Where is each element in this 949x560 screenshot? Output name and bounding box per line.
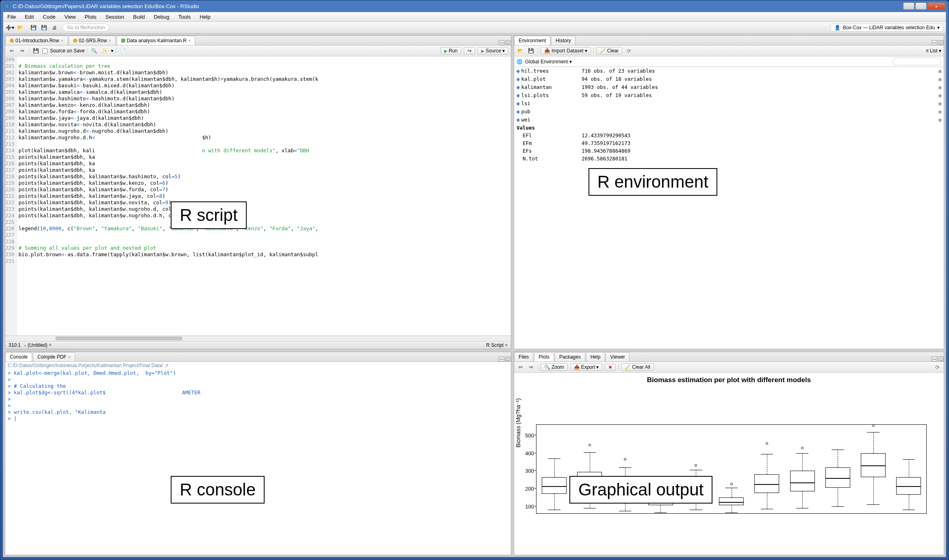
- menu-build[interactable]: Build: [132, 13, 147, 21]
- editor-tab[interactable]: 01-Introduction.Rnw×: [5, 36, 68, 45]
- titlebar[interactable]: C:/D-Datos/Göttingen/Papers/LiDAR variab…: [0, 0, 949, 12]
- prev-plot-button[interactable]: ⇦: [517, 363, 525, 371]
- pane-minimize-button[interactable]: —: [499, 40, 504, 45]
- quad-layout: 01-Introduction.Rnw×02-SRS.Rnw×Data anal…: [3, 34, 946, 557]
- clear-all-plots-button[interactable]: Clear All: [621, 363, 654, 371]
- env-data-row[interactable]: hil.trees716 obs. of 23 variables: [514, 67, 944, 75]
- rerun-button[interactable]: ↪: [464, 47, 475, 54]
- console-pane: ConsoleCompile PDF× — ▢ C:/D-Datos/Götti…: [5, 352, 511, 555]
- close-tab-icon[interactable]: ×: [109, 38, 111, 43]
- save-workspace-button[interactable]: [527, 47, 535, 55]
- menu-edit[interactable]: Edit: [23, 13, 35, 21]
- source-on-save-checkbox[interactable]: [42, 48, 48, 54]
- plots-tab[interactable]: Help: [586, 352, 605, 361]
- run-button[interactable]: Run: [441, 47, 461, 54]
- maximize-button[interactable]: ▢: [915, 2, 927, 10]
- pane-maximize-button[interactable]: ▢: [938, 40, 944, 45]
- env-scope-selector[interactable]: Global Environment ▾: [525, 59, 572, 65]
- menu-file[interactable]: File: [6, 13, 17, 21]
- compile-button[interactable]: [119, 47, 127, 55]
- pane-maximize-button[interactable]: ▢: [938, 357, 944, 361]
- console-tab[interactable]: Console: [5, 352, 32, 361]
- plots-tab[interactable]: Viewer: [606, 352, 629, 361]
- boxplot-chart: 100200300400500: [536, 424, 927, 514]
- env-data-row[interactable]: kal.plot94 obs. of 18 variables: [514, 75, 944, 83]
- refresh-plots-button[interactable]: [933, 363, 941, 371]
- grid-icon[interactable]: [938, 99, 941, 108]
- zoom-button[interactable]: Zoom: [541, 363, 568, 371]
- close-tab-icon[interactable]: ×: [188, 38, 191, 43]
- source-button[interactable]: Source ▾: [478, 47, 508, 54]
- menu-plots[interactable]: Plots: [83, 13, 98, 21]
- env-data-row[interactable]: wei: [514, 116, 944, 124]
- pane-maximize-button[interactable]: ▢: [505, 40, 511, 45]
- env-value-row[interactable]: EFm49.7359197162173: [514, 139, 944, 147]
- plots-tab[interactable]: Files: [514, 352, 533, 361]
- close-button[interactable]: ✕: [927, 2, 945, 10]
- project-selector[interactable]: 👤 Box-Cox — LiDAR variables selection Ed…: [831, 24, 943, 32]
- console-wd-path[interactable]: C:/D-Datos/Göttingen/Indonesia Porjects/…: [5, 362, 511, 369]
- back-button[interactable]: ⇦: [8, 47, 16, 55]
- goto-file-function-input[interactable]: Go to file/function: [63, 24, 109, 32]
- code-editor[interactable]: 2002012022032042052062072082092102112122…: [5, 56, 511, 335]
- editor-tab[interactable]: Data analysis Kalimantan.R×: [117, 36, 195, 45]
- plots-tab[interactable]: Packages: [555, 352, 585, 361]
- file-type-label[interactable]: R Script: [486, 342, 504, 348]
- editor-h-scrollbar[interactable]: [5, 335, 511, 341]
- next-plot-button[interactable]: ⇨: [527, 363, 535, 371]
- env-value-row[interactable]: EFs198.943678864869: [514, 147, 944, 155]
- plots-tab[interactable]: Plots: [534, 352, 554, 361]
- save-button[interactable]: [29, 24, 37, 32]
- minimize-button[interactable]: —: [903, 2, 914, 10]
- env-search-input[interactable]: [893, 58, 941, 65]
- refresh-env-button[interactable]: [625, 47, 633, 55]
- editor-tab[interactable]: 02-SRS.Rnw×: [69, 36, 116, 45]
- env-data-row[interactable]: kalimantan1993 obs. of 44 variables: [514, 83, 944, 91]
- grid-icon[interactable]: [938, 108, 941, 116]
- env-data-row[interactable]: lsi: [514, 99, 944, 108]
- section-label[interactable]: (Untitled): [28, 342, 48, 348]
- close-tab-icon[interactable]: ×: [61, 38, 63, 43]
- env-data-row[interactable]: pub: [514, 108, 944, 116]
- menu-debug[interactable]: Debug: [152, 13, 171, 21]
- grid-icon[interactable]: [938, 116, 941, 124]
- wand-button[interactable]: [100, 47, 109, 55]
- pane-maximize-button[interactable]: ▢: [505, 357, 511, 361]
- clear-env-button[interactable]: Clear: [596, 47, 623, 54]
- menu-tools[interactable]: Tools: [177, 13, 192, 21]
- menu-view[interactable]: View: [63, 13, 77, 21]
- forward-button[interactable]: ⇨: [18, 47, 26, 55]
- console-body[interactable]: > kal.plot<-merge(kal.plot, Dmed.Hmed.pl…: [5, 369, 511, 555]
- save-script-button[interactable]: [32, 47, 40, 55]
- env-data-row[interactable]: lsi.plots59 obs. of 19 variables: [514, 91, 944, 99]
- menu-session[interactable]: Session: [104, 13, 126, 21]
- env-tab[interactable]: History: [551, 36, 575, 45]
- import-dataset-button[interactable]: 📥 Import Dataset ▾: [541, 47, 591, 54]
- env-list[interactable]: hil.trees716 obs. of 23 variableskal.plo…: [514, 67, 944, 349]
- load-workspace-button[interactable]: [517, 47, 525, 55]
- menu-help[interactable]: Help: [198, 13, 212, 21]
- export-button[interactable]: Export ▾: [570, 363, 603, 371]
- new-file-button[interactable]: ➕▾: [6, 24, 14, 32]
- env-value-row[interactable]: EFl12.4339799290543: [514, 132, 944, 139]
- env-tab[interactable]: Environment: [514, 36, 550, 45]
- env-value-row[interactable]: N.tot2696.5863280181: [514, 155, 944, 162]
- grid-icon[interactable]: [938, 75, 941, 83]
- open-file-button[interactable]: [16, 24, 24, 32]
- remove-plot-button[interactable]: [605, 364, 616, 371]
- grid-icon[interactable]: [938, 67, 941, 75]
- console-tab[interactable]: Compile PDF×: [33, 352, 75, 361]
- menu-code[interactable]: Code: [41, 13, 57, 21]
- find-button[interactable]: [90, 47, 98, 55]
- grid-icon[interactable]: [938, 83, 941, 91]
- list-view-button[interactable]: ≡ List ▾: [926, 48, 941, 54]
- pane-minimize-button[interactable]: —: [499, 357, 504, 361]
- pane-minimize-button[interactable]: —: [932, 40, 937, 45]
- wd-open-icon[interactable]: ⇗: [165, 363, 169, 368]
- save-all-button[interactable]: 💾: [40, 24, 48, 32]
- console-tabs: ConsoleCompile PDF× — ▢: [5, 352, 511, 362]
- print-button[interactable]: 🖨: [50, 24, 59, 32]
- grid-icon[interactable]: [938, 91, 941, 99]
- section-dropdown-icon[interactable]: ÷: [48, 342, 52, 348]
- pane-minimize-button[interactable]: —: [932, 357, 937, 361]
